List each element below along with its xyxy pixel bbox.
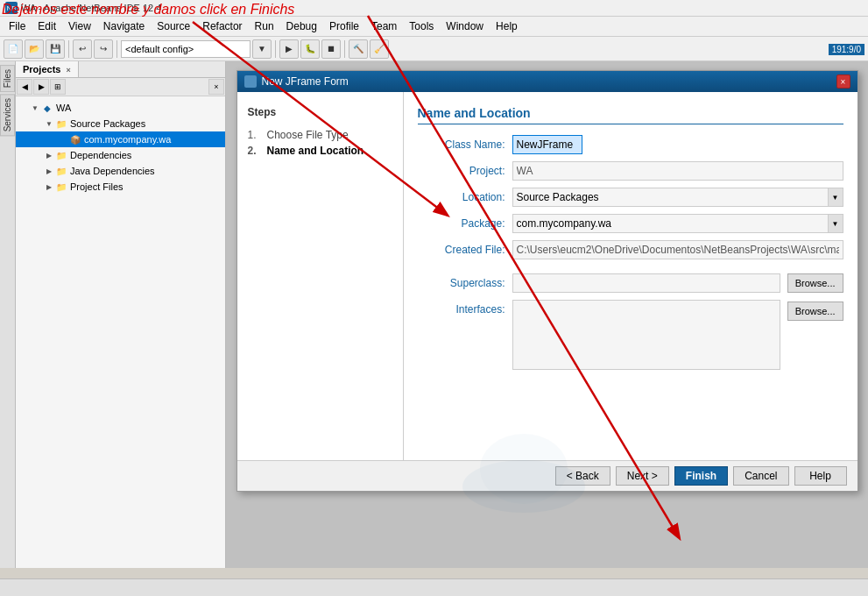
project-label: Project: — [418, 165, 505, 177]
steps-panel: Steps 1. Choose File Type 2. Name and Lo… — [237, 92, 404, 460]
menu-help[interactable]: Help — [490, 18, 523, 34]
projects-tab[interactable]: Projects × — [16, 61, 79, 77]
project-files-label: Project Files — [70, 181, 123, 192]
toolbar-badge: 191:9/0 — [829, 44, 864, 55]
class-name-row: Class Name: — [418, 135, 843, 154]
build-btn[interactable]: 🔨 — [349, 39, 368, 59]
package-label: com.mycompany.wa — [84, 134, 171, 145]
menu-tools[interactable]: Tools — [404, 18, 439, 34]
sidebar-toolbar: ◀ ▶ ⊞ × — [16, 78, 225, 96]
menu-team[interactable]: Team — [366, 18, 402, 34]
finish-button[interactable]: Finish — [674, 466, 728, 486]
sidebar-btn-3[interactable]: ⊞ — [50, 79, 66, 95]
interfaces-browse-button[interactable]: Browse... — [787, 302, 843, 321]
project-files-expander[interactable]: ▶ — [44, 181, 54, 192]
undo-btn[interactable]: ↩ — [73, 39, 92, 59]
content-area: New JFrame Form × Steps 1. Choose File T… — [226, 61, 868, 568]
clean-btn[interactable]: 🧹 — [370, 39, 389, 59]
tree-item-source-packages[interactable]: ▼ 📁 Source Packages — [16, 116, 225, 131]
run-btn[interactable]: ▶ — [279, 39, 299, 59]
created-file-input — [512, 240, 843, 259]
package-row: Package: com.mycompany.wa ▼ — [418, 214, 843, 233]
menu-file[interactable]: File — [4, 18, 31, 34]
wa-label: WA — [56, 103, 71, 113]
location-select-wrapper: Source Packages ▼ — [512, 188, 843, 207]
status-bar — [0, 578, 868, 596]
new-btn[interactable]: 📄 — [4, 39, 23, 59]
tree-item-project-files[interactable]: ▶ 📁 Project Files — [16, 179, 225, 195]
superclass-label: Superclass: — [418, 277, 505, 289]
menu-bar: File Edit View Navigate Source Refactor … — [0, 17, 868, 37]
redo-btn[interactable]: ↪ — [94, 39, 113, 59]
dialog-titlebar: New JFrame Form × — [237, 71, 857, 92]
location-row: Location: Source Packages ▼ — [418, 188, 843, 207]
java-deps-expander[interactable]: ▶ — [44, 166, 54, 176]
package-label: Package: — [418, 217, 505, 230]
source-packages-icon: 📁 — [54, 117, 68, 131]
sidebar-btn-2[interactable]: ▶ — [33, 79, 49, 95]
class-name-input[interactable] — [512, 135, 582, 154]
dialog-icon — [244, 75, 257, 88]
vert-tabs: Files Services — [0, 61, 16, 568]
package-select[interactable]: com.mycompany.wa — [512, 214, 843, 233]
tree-item-package[interactable]: ▶ 📦 com.mycompany.wa — [16, 131, 225, 147]
menu-source[interactable]: Source — [152, 18, 195, 34]
app-title: WA - Apache NetBeans IDE 12.4 — [21, 3, 161, 13]
sidebar-btn-1[interactable]: ◀ — [17, 79, 32, 95]
dialog-close-button[interactable]: × — [836, 74, 850, 89]
wa-expander[interactable]: ▼ — [30, 103, 40, 113]
interfaces-textarea[interactable] — [512, 300, 780, 370]
config-dropdown[interactable]: ▼ — [252, 39, 272, 59]
menu-refactor[interactable]: Refactor — [197, 18, 247, 34]
source-packages-label: Source Packages — [70, 118, 145, 129]
config-combo[interactable] — [121, 40, 251, 58]
dependencies-expander[interactable]: ▶ — [44, 150, 54, 160]
sidebar-btn-close[interactable]: × — [208, 79, 224, 95]
step-1-label: Choose File Type — [267, 129, 349, 141]
stop-btn[interactable]: ⏹ — [321, 39, 341, 59]
superclass-row: Superclass: Browse... — [418, 273, 843, 293]
menu-view[interactable]: View — [63, 18, 96, 34]
sep1 — [68, 40, 69, 58]
vert-tab-files[interactable]: Files — [0, 65, 15, 92]
debug-btn[interactable]: 🐛 — [300, 39, 320, 59]
back-button[interactable]: < Back — [555, 466, 610, 486]
superclass-input[interactable] — [512, 273, 780, 293]
interfaces-row: Interfaces: Browse... — [418, 300, 843, 370]
project-row: Project: — [418, 161, 843, 181]
cancel-button[interactable]: Cancel — [733, 466, 788, 486]
menu-debug[interactable]: Debug — [281, 18, 322, 34]
location-select[interactable]: Source Packages — [512, 188, 843, 207]
sep3 — [275, 40, 276, 58]
projects-tab-close[interactable]: × — [66, 66, 70, 74]
location-label: Location: — [418, 191, 505, 203]
projects-panel: Projects × ◀ ▶ ⊞ × ▼ ◆ WA — [16, 61, 226, 568]
menu-edit[interactable]: Edit — [32, 18, 61, 34]
spacer — [418, 266, 843, 273]
menu-run[interactable]: Run — [250, 18, 279, 34]
interfaces-label: Interfaces: — [418, 303, 505, 316]
tree-item-java-deps[interactable]: ▶ 📁 Java Dependencies — [16, 163, 225, 179]
dependencies-icon: 📁 — [54, 148, 68, 162]
sidebar-tabs: Projects × — [16, 61, 225, 78]
save-btn[interactable]: 💾 — [46, 39, 65, 59]
step-1: 1. Choose File Type — [248, 127, 392, 143]
step-1-num: 1. — [248, 129, 262, 141]
new-jframe-dialog: New JFrame Form × Steps 1. Choose File T… — [236, 70, 858, 492]
open-btn[interactable]: 📂 — [25, 39, 44, 59]
wa-icon: ◆ — [40, 101, 54, 115]
superclass-browse-button[interactable]: Browse... — [787, 273, 843, 293]
help-button[interactable]: Help — [794, 466, 847, 486]
dependencies-label: Dependencies — [70, 150, 131, 160]
tree-item-dependencies[interactable]: ▶ 📁 Dependencies — [16, 147, 225, 163]
project-tree: ▼ ◆ WA ▼ 📁 Source Packages ▶ 📦 com.mycom… — [16, 96, 225, 568]
java-deps-icon: 📁 — [54, 164, 68, 178]
next-button[interactable]: Next > — [616, 466, 669, 486]
menu-navigate[interactable]: Navigate — [98, 18, 150, 34]
menu-window[interactable]: Window — [441, 18, 489, 34]
source-packages-expander[interactable]: ▼ — [44, 118, 54, 129]
vert-tab-services[interactable]: Services — [0, 94, 15, 136]
main-area: Files Services Projects × ◀ ▶ ⊞ × ▼ ◆ — [0, 61, 868, 568]
menu-profile[interactable]: Profile — [324, 18, 364, 34]
tree-item-wa[interactable]: ▼ ◆ WA — [16, 100, 225, 116]
